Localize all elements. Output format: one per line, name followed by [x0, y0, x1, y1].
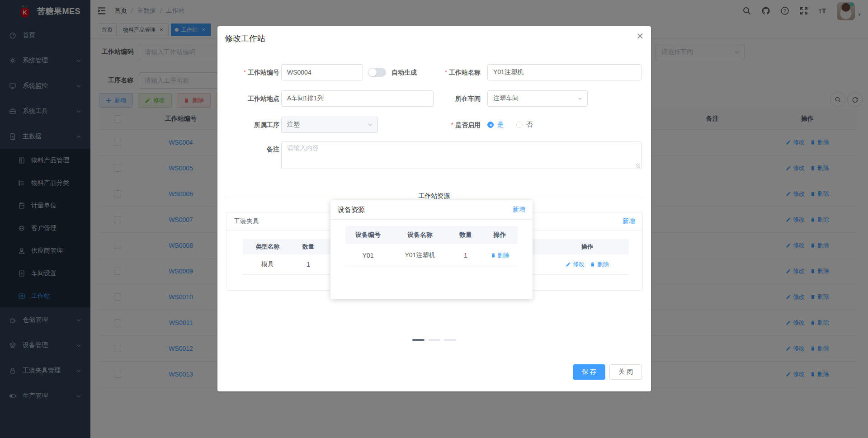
section-title: 工作站资源 — [410, 192, 458, 200]
right-edit-link[interactable]: 修改 — [566, 260, 585, 268]
col-header: 数量 — [449, 231, 482, 239]
device-delete-link[interactable]: 删除 — [491, 251, 509, 259]
textarea-resize-grip[interactable] — [636, 164, 640, 168]
process-label: 所属工序 — [217, 117, 279, 133]
chevron-down-icon — [368, 122, 373, 127]
resource-cell: Y01 — [345, 252, 391, 259]
pencil-icon — [566, 262, 571, 267]
col-header: 数量 — [292, 243, 324, 251]
enable-no-radio[interactable]: 否 — [516, 121, 533, 129]
process-select[interactable]: 注塑 — [281, 117, 378, 133]
dialog-title: 修改工作站 — [225, 33, 265, 44]
close-dialog-icon[interactable]: ✕ — [636, 32, 644, 41]
workshop-select[interactable]: 注塑车间 — [487, 90, 588, 107]
device-table: 设备编号设备名称数量操作 Y01Y01注塑机1删除 — [345, 226, 518, 267]
auto-generate-switch[interactable] — [368, 68, 386, 77]
location-label: 工作站地点 — [217, 90, 279, 107]
remark-textarea[interactable] — [281, 141, 642, 169]
location-input[interactable] — [281, 90, 434, 107]
carousel-dash-1[interactable] — [412, 339, 425, 341]
code-input[interactable] — [281, 64, 363, 80]
name-input[interactable] — [487, 64, 642, 80]
fixture-panel-title: 工装夹具 — [234, 217, 259, 226]
carousel-dash-3[interactable] — [444, 339, 456, 341]
auto-generate-label: 自动生成 — [392, 68, 417, 77]
save-button[interactable]: 保 存 — [573, 364, 605, 380]
dialog-footer: 保 存 关 闭 — [573, 364, 642, 380]
enable-label: 是否启用 — [416, 117, 481, 133]
enable-radio-group: 是 否 — [487, 117, 545, 133]
col-header: 操作 — [547, 243, 628, 251]
resource-cell: Y01注塑机 — [391, 251, 449, 259]
device-popup-header: 设备资源 新增 — [330, 200, 533, 220]
device-popup-title: 设备资源 — [338, 206, 365, 214]
device-resource-popup: 设备资源 新增 设备编号设备名称数量操作 Y01Y01注塑机1删除 — [330, 200, 533, 299]
radio-circle-icon — [516, 122, 523, 128]
trash-icon — [590, 262, 595, 267]
close-button[interactable]: 关 闭 — [609, 364, 642, 380]
device-add-link[interactable]: 新增 — [513, 206, 525, 214]
radio-dot-icon — [487, 122, 494, 128]
trash-icon — [491, 253, 496, 258]
resource-row: Y01Y01注塑机1删除 — [345, 244, 518, 267]
resource-cell: 1 — [449, 252, 482, 259]
col-header: 设备名称 — [391, 231, 449, 239]
carousel-indicators — [217, 339, 651, 341]
code-label: 工作站编号 — [217, 64, 279, 80]
col-header: 设备编号 — [345, 231, 391, 239]
name-label: 工作站名称 — [416, 64, 481, 80]
enable-yes-radio[interactable]: 是 — [487, 121, 504, 129]
workshop-label: 所在车间 — [416, 90, 481, 107]
resource-cell: 1 — [292, 261, 324, 268]
resource-cell: 模具 — [243, 260, 292, 268]
remark-label: 备注 — [217, 141, 279, 157]
col-header: 操作 — [482, 231, 518, 239]
col-header: 类型名称 — [243, 243, 292, 251]
chevron-down-icon — [577, 96, 583, 101]
carousel-dash-2[interactable] — [428, 339, 440, 341]
edit-workstation-dialog: 修改工作站 ✕ 工作站编号 自动生成 工作站名称 工作站地点 所在车间 注塑车间… — [217, 26, 651, 391]
right-delete-link[interactable]: 删除 — [590, 260, 609, 268]
right-panel-add-link[interactable]: 新增 — [623, 217, 635, 226]
